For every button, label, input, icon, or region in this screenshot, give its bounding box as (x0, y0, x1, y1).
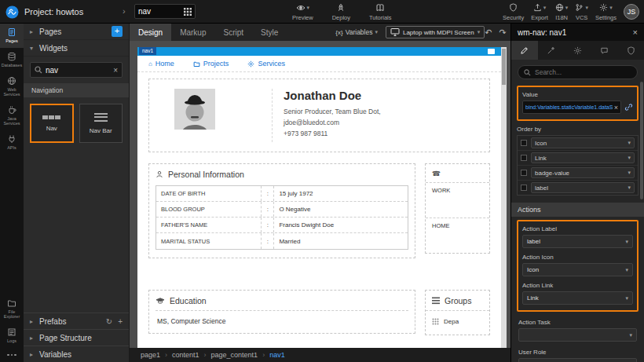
nav-toggle-icon[interactable] (488, 49, 495, 54)
action-task-select[interactable]: ▾ (518, 328, 637, 342)
rail-item-databases[interactable]: Databases (0, 48, 24, 72)
rail-item-pages[interactable]: Pages (0, 24, 24, 48)
export-button[interactable]: ▾ Export (531, 3, 548, 21)
order-dropdown[interactable]: badge-value▾ (531, 167, 635, 178)
contacts-panel[interactable]: ☎ WORK HOME (425, 163, 490, 254)
groups-panel[interactable]: Groups Depa (425, 290, 490, 335)
order-dropdown[interactable]: label▾ (531, 182, 635, 193)
search-icon (35, 66, 42, 74)
nav-link-home[interactable]: ⌂ Home (148, 60, 174, 68)
variables-dropdown[interactable]: {x} Variables ▾ (335, 28, 378, 36)
checkbox[interactable] (521, 140, 527, 146)
security-button[interactable]: Security (503, 3, 524, 21)
redo-icon[interactable]: ↷ (499, 27, 506, 38)
profile-panel[interactable]: Jonathan Doe Senior Producer, Team Blue … (148, 79, 490, 152)
undo-icon[interactable]: ↶ (485, 27, 492, 38)
widget-card-nav[interactable]: Nav (30, 104, 74, 143)
clear-bind-icon[interactable]: × (614, 104, 618, 112)
i18n-button[interactable]: ▾ I18N (555, 3, 569, 21)
refresh-icon[interactable]: ↻ (106, 317, 112, 326)
link-icon[interactable] (624, 103, 633, 112)
topbar: Project: howtos › ▾ Preview Deploy Tutor… (0, 0, 644, 24)
home-icon: ⌂ (148, 60, 152, 68)
page-preview[interactable]: nav1 ⌂ Home Projects (137, 47, 501, 348)
breadcrumb-content1[interactable]: content1 (172, 351, 199, 359)
checkbox[interactable] (521, 185, 527, 191)
rail-item-apis[interactable]: APIs (0, 130, 24, 155)
panel-scrollbar[interactable] (640, 82, 643, 199)
vcs-button[interactable]: ▾ VCS (575, 3, 588, 21)
personal-info-title: Personal Information (168, 170, 244, 179)
topbar-widget-search[interactable] (134, 4, 196, 19)
bind-expression: bind:Variables.staticVariable1.dataSet (525, 104, 613, 110)
add-prefab-icon[interactable]: + (118, 317, 123, 326)
clear-search-icon[interactable]: × (113, 66, 118, 75)
web-services-icon (7, 76, 16, 86)
widget-search-input[interactable] (46, 66, 110, 75)
breadcrumb-page1[interactable]: page1 (141, 351, 160, 359)
folder-icon (193, 60, 200, 68)
widget-card-navbar[interactable]: Nav Bar (79, 104, 123, 143)
education-panel[interactable]: Education MS, Computer Science (148, 290, 415, 334)
caret-down-icon: ▾ (543, 5, 547, 11)
rail-item-file-explorer[interactable]: File Explorer (0, 294, 24, 324)
widget-search[interactable]: × (30, 62, 123, 78)
variables-section-header[interactable]: ▸ Variables (24, 346, 129, 362)
user-role-select[interactable]: ▾ (518, 358, 637, 362)
add-page-button[interactable]: + (112, 26, 123, 37)
app-logo-icon[interactable] (5, 5, 19, 19)
tab-script[interactable]: Script (215, 24, 253, 41)
personal-info-panel[interactable]: Personal Information DATE OF BIRTH : 15 … (148, 163, 415, 258)
topbar-menu: ▾ Preview Deploy Tutorials (292, 0, 392, 24)
rail-item-logs[interactable]: Logs (0, 324, 24, 348)
order-dropdown[interactable]: Icon▾ (531, 137, 635, 148)
profile-name: Jonathan Doe (284, 89, 381, 102)
order-dropdown[interactable]: Link▾ (531, 152, 635, 163)
tab-markup[interactable]: Markup (171, 24, 214, 41)
tab-style[interactable]: Style (252, 24, 287, 41)
brand: Project: howtos (5, 0, 83, 24)
pages-section-header[interactable]: ▸ Pages + (24, 24, 129, 40)
settings-button[interactable]: ▾ Settings (595, 3, 617, 21)
preview-button[interactable]: ▾ Preview (292, 3, 313, 21)
value-bind-input[interactable]: bind:Variables.staticVariable1.dataSet × (522, 101, 621, 114)
action-icon-select[interactable]: Icon▾ (522, 263, 633, 276)
eye-icon (296, 3, 306, 13)
topbar-search-input[interactable] (138, 7, 181, 16)
tab-design[interactable]: Design (130, 24, 171, 41)
rail-item-web-services[interactable]: Web Services (0, 72, 24, 101)
page-structure-section-header[interactable]: ▸ Page Structure (24, 329, 129, 346)
tab-events[interactable] (591, 41, 617, 60)
action-label-select[interactable]: label▾ (522, 235, 633, 248)
profile-phone: +973 987 9811 (284, 130, 381, 137)
monitor-icon (390, 27, 400, 37)
prefabs-section-header[interactable]: ▸ Prefabs ↻+ (24, 313, 129, 329)
widgets-section-header[interactable]: ▾ Widgets (24, 40, 129, 57)
caret-down-icon: ▾ (628, 155, 631, 161)
tab-styles[interactable] (538, 41, 565, 60)
nav-link-services[interactable]: Services (247, 60, 285, 68)
device-selector[interactable]: Laptop with MDPI Screen ▾ (386, 26, 485, 38)
tab-config[interactable] (565, 41, 591, 60)
nav-link-projects[interactable]: Projects (193, 60, 229, 68)
checkbox[interactable] (521, 155, 527, 161)
tab-security[interactable] (617, 41, 644, 60)
nav-widget-selected[interactable]: nav1 (137, 47, 501, 56)
breadcrumb-page-content1[interactable]: page_content1 (211, 351, 258, 359)
grid-icon[interactable] (184, 8, 192, 16)
list-grid-icon (432, 297, 440, 305)
more-icon[interactable] (0, 348, 24, 362)
user-avatar[interactable]: JS (624, 4, 639, 20)
page-scrollbar[interactable] (501, 47, 507, 348)
deploy-button[interactable]: Deploy (332, 3, 350, 21)
action-link-select[interactable]: Link▾ (522, 291, 633, 305)
close-icon[interactable]: × (633, 27, 638, 37)
breadcrumb-nav1[interactable]: nav1 (269, 351, 285, 359)
tutorials-button[interactable]: Tutorials (369, 3, 391, 21)
tab-properties[interactable] (511, 41, 538, 60)
checkbox[interactable] (521, 170, 527, 176)
properties-search-input[interactable] (535, 68, 631, 76)
properties-search[interactable] (518, 65, 638, 79)
selected-widget-title: wm-nav: nav1 (518, 28, 566, 37)
rail-item-java-services[interactable]: Java Services (0, 101, 24, 130)
